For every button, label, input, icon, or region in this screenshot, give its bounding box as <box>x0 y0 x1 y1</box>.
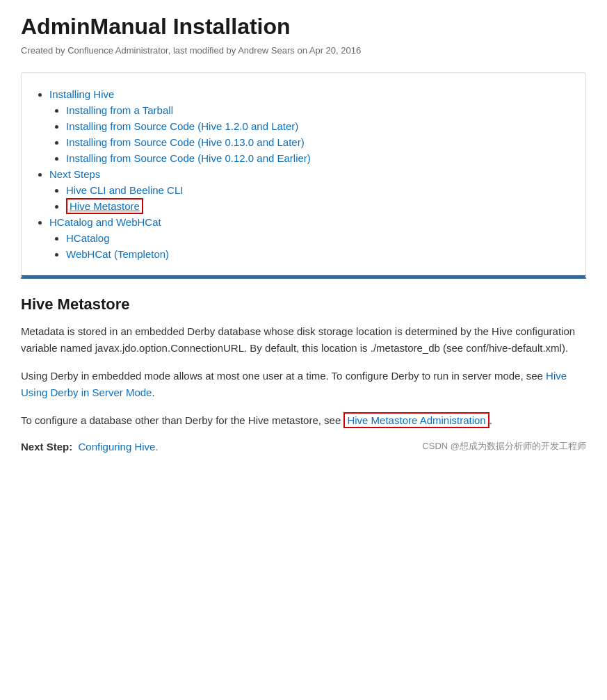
toc-link-source-0130[interactable]: Installing from Source Code (Hive 0.13.0… <box>66 136 305 148</box>
toc-link-source-0120[interactable]: Installing from Source Code (Hive 0.12.0… <box>66 152 311 164</box>
paragraph-3-text-after: . <box>489 414 492 426</box>
toc-link-source-120[interactable]: Installing from Source Code (Hive 1.2.0 … <box>66 120 298 132</box>
list-item: Hive CLI and Beeline CLI <box>66 184 572 196</box>
list-item: Hive Metastore <box>66 200 572 212</box>
list-item: Installing from Source Code (Hive 0.12.0… <box>66 152 572 164</box>
list-item: WebHCat (Templeton) <box>66 248 572 260</box>
paragraph-1-text: Metadata is stored in an embedded Derby … <box>21 325 575 354</box>
paragraph-1: Metadata is stored in an embedded Derby … <box>21 323 586 357</box>
section-title: Hive Metastore <box>21 295 586 314</box>
toc-link-installing-hive[interactable]: Installing Hive <box>49 88 114 100</box>
watermark: CSDN @想成为数据分析师的开发工程师 <box>422 440 586 453</box>
page-title: AdminManual Installation <box>21 14 586 40</box>
toc-item-installing-hive: Installing Hive Installing from a Tarbal… <box>49 88 572 164</box>
list-item: Installing from Source Code (Hive 1.2.0 … <box>66 120 572 132</box>
paragraph-3: To configure a database other than Derby… <box>21 412 586 429</box>
list-item: Installing from a Tarball <box>66 104 572 116</box>
toc-item-next-steps: Next Steps Hive CLI and Beeline CLI Hive… <box>49 168 572 212</box>
list-item: HCatalog <box>66 232 572 244</box>
toc-link-tarball[interactable]: Installing from a Tarball <box>66 104 173 116</box>
toc-list: Installing Hive Installing from a Tarbal… <box>35 88 572 260</box>
next-step-link[interactable]: Configuring Hive. <box>79 441 159 453</box>
page-container: AdminManual Installation Created by Conf… <box>0 0 607 478</box>
paragraph-2-text-before: Using Derby in embedded mode allows at m… <box>21 370 546 382</box>
page-meta: Created by Confluence Administrator, las… <box>21 45 586 56</box>
toc-section: Installing Hive Installing from a Tarbal… <box>21 72 586 277</box>
paragraph-2-text-after: . <box>152 386 154 398</box>
next-step-label: Next Step: <box>21 441 72 453</box>
toc-link-hive-metastore[interactable]: Hive Metastore <box>66 198 143 214</box>
metastore-admin-link[interactable]: Hive Metastore Administration <box>343 412 489 428</box>
toc-link-hcatalog[interactable]: HCatalog <box>66 232 110 244</box>
toc-link-webhcat[interactable]: WebHCat (Templeton) <box>66 248 169 260</box>
toc-sublist-installing-hive: Installing from a Tarball Installing fro… <box>49 104 572 164</box>
toc-link-next-steps[interactable]: Next Steps <box>49 168 100 180</box>
toc-sublist-hcatalog: HCatalog WebHCat (Templeton) <box>49 232 572 260</box>
paragraph-2: Using Derby in embedded mode allows at m… <box>21 368 586 401</box>
content-section: Hive Metastore Metadata is stored in an … <box>21 279 586 464</box>
toc-item-hcatalog: HCatalog and WebHCat HCatalog WebHCat (T… <box>49 216 572 260</box>
next-step-line: Next Step: Configuring Hive. CSDN @想成为数据… <box>21 440 586 453</box>
list-item: Installing from Source Code (Hive 0.13.0… <box>66 136 572 148</box>
toc-link-hcatalog-webhcat[interactable]: HCatalog and WebHCat <box>49 216 161 228</box>
next-step-text: Next Step: Configuring Hive. <box>21 441 159 453</box>
toc-sublist-next-steps: Hive CLI and Beeline CLI Hive Metastore <box>49 184 572 212</box>
paragraph-3-text-before: To configure a database other than Derby… <box>21 414 343 426</box>
toc-link-hive-cli[interactable]: Hive CLI and Beeline CLI <box>66 184 183 196</box>
